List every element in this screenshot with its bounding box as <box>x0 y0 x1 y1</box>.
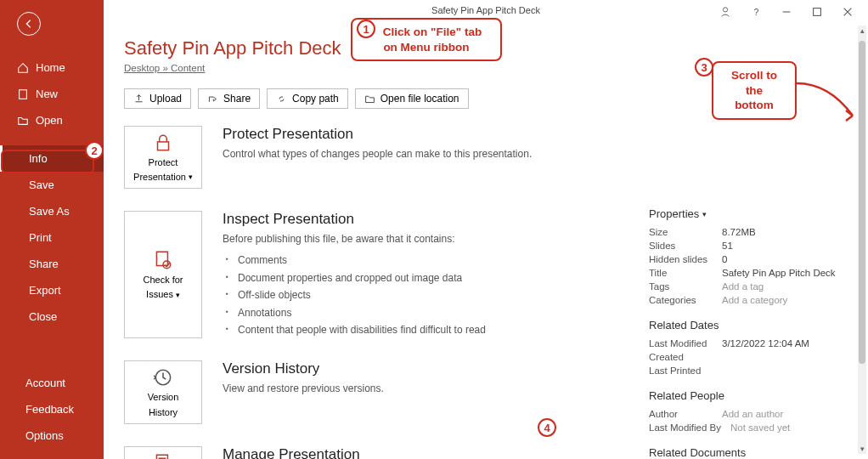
sidebar-item-print[interactable]: Print <box>0 224 104 251</box>
open-file-location-button[interactable]: Open file location <box>355 88 469 109</box>
help-icon[interactable]: ? <box>742 2 769 22</box>
related-dates-header: Related Dates <box>649 319 844 332</box>
upload-button[interactable]: Upload <box>124 88 191 109</box>
sidebar-item-label: Export <box>29 284 61 297</box>
add-author[interactable]: Add an author <box>722 409 783 419</box>
arrow-left-icon <box>23 18 35 30</box>
properties-header[interactable]: Properties▾ <box>649 207 844 220</box>
minimize-icon[interactable] <box>773 2 800 22</box>
maximize-icon[interactable] <box>803 2 831 22</box>
history-title: Version History <box>223 360 615 377</box>
account-icon[interactable] <box>712 2 739 22</box>
annotation-callout-3: Scroll to the bottom <box>712 61 797 120</box>
sidebar-item-label: Save <box>29 178 54 191</box>
sidebar-item-save-as[interactable]: Save As <box>0 198 104 224</box>
sidebar-item-label: Home <box>36 61 65 74</box>
annotation-badge-1: 1 <box>357 20 375 38</box>
prop-label: Author <box>649 409 722 419</box>
sidebar-item-label: New <box>36 88 58 100</box>
sidebar-item-label: Share <box>29 258 59 270</box>
inspect-bullet: Annotations <box>223 304 615 321</box>
window-title: Safety Pin App Pitch Deck <box>431 5 540 15</box>
manage-icon <box>152 452 174 459</box>
prop-value: Not saved yet <box>730 422 790 433</box>
share-icon <box>207 94 218 105</box>
add-tag[interactable]: Add a tag <box>722 281 764 292</box>
prop-label: Tags <box>649 281 722 292</box>
prop-value: 8.72MB <box>722 227 756 237</box>
svg-point-1 <box>723 8 727 12</box>
back-button[interactable] <box>17 12 41 36</box>
annotation-badge-4: 4 <box>538 418 556 437</box>
related-documents-header: Related Documents <box>649 446 844 459</box>
prop-value: Safety Pin App Pitch Deck <box>722 268 836 278</box>
svg-text:?: ? <box>753 7 758 17</box>
new-icon <box>17 88 29 100</box>
lock-icon <box>152 132 174 154</box>
inspect-bullet: Document properties and cropped out imag… <box>223 269 615 286</box>
folder-icon <box>364 94 375 105</box>
check-for-issues-tile[interactable]: Check for Issues▾ <box>124 211 202 338</box>
inspect-desc: Before publishing this file, be aware th… <box>223 231 615 246</box>
copy-path-button[interactable]: Copy path <box>267 88 348 109</box>
share-button[interactable]: Share <box>198 88 260 109</box>
add-category[interactable]: Add a category <box>722 295 787 305</box>
svg-rect-5 <box>158 142 169 150</box>
vertical-scrollbar[interactable] <box>858 26 866 454</box>
sidebar-item-label: Info <box>17 152 48 165</box>
chevron-down-icon: ▾ <box>702 210 707 218</box>
prop-label: Created <box>649 352 722 362</box>
link-icon <box>276 94 287 105</box>
annotation-badge-3: 3 <box>695 58 713 76</box>
sidebar-item-options[interactable]: Options <box>0 422 104 449</box>
backstage-sidebar: Home New Open Info Save Save As Print Sh… <box>0 0 104 459</box>
protect-title: Protect Presentation <box>223 126 615 143</box>
related-people-header: Related People <box>649 389 844 402</box>
annotation-badge-2: 2 <box>85 141 104 160</box>
sidebar-item-label: Open <box>36 114 63 127</box>
svg-rect-0 <box>20 89 27 99</box>
chevron-down-icon: ▾ <box>189 173 193 182</box>
sidebar-item-share[interactable]: Share <box>0 251 104 277</box>
sidebar-item-feedback[interactable]: Feedback <box>0 396 104 422</box>
prop-label: Last Modified <box>649 338 722 348</box>
prop-label: Title <box>649 268 722 278</box>
sidebar-item-label: Save As <box>29 205 70 218</box>
inspect-bullet: Off-slide objects <box>223 286 615 303</box>
manage-title: Manage Presentation <box>223 446 615 459</box>
prop-label: Last Printed <box>649 366 722 376</box>
inspect-title: Inspect Presentation <box>223 211 615 228</box>
chevron-down-icon: ▾ <box>176 291 180 300</box>
home-icon <box>17 62 29 74</box>
prop-value: 51 <box>722 241 733 251</box>
inspect-icon <box>152 249 174 271</box>
version-history-tile[interactable]: Version History <box>124 360 202 423</box>
sidebar-item-home[interactable]: Home <box>0 54 104 81</box>
sidebar-item-open[interactable]: Open <box>0 107 104 133</box>
prop-label: Slides <box>649 241 722 251</box>
scroll-up-arrow[interactable]: ▴ <box>858 26 866 36</box>
prop-label: Size <box>649 227 722 237</box>
svg-rect-6 <box>156 252 167 265</box>
sidebar-item-export[interactable]: Export <box>0 277 104 303</box>
manage-presentation-tile[interactable]: Manage Presentation▾ <box>124 446 202 459</box>
protect-desc: Control what types of changes people can… <box>223 146 615 162</box>
prop-value: 3/12/2022 12:04 AM <box>722 338 809 348</box>
inspect-bullet: Content that people with disabilities fi… <box>223 321 615 338</box>
close-icon[interactable] <box>834 2 861 22</box>
inspect-bullet: Comments <box>223 252 615 269</box>
scroll-down-arrow[interactable]: ▾ <box>858 444 866 454</box>
prop-label: Categories <box>649 295 722 305</box>
history-desc: View and restore previous versions. <box>223 381 615 396</box>
history-icon <box>152 366 174 388</box>
sidebar-item-label: Print <box>29 231 52 244</box>
prop-value: 0 <box>722 254 727 264</box>
scrollbar-thumb[interactable] <box>859 41 865 364</box>
sidebar-item-account[interactable]: Account <box>0 370 104 396</box>
sidebar-item-new[interactable]: New <box>0 81 104 107</box>
sidebar-item-close[interactable]: Close <box>0 303 104 330</box>
protect-presentation-tile[interactable]: Protect Presentation▾ <box>124 126 202 189</box>
sidebar-item-save[interactable]: Save <box>0 172 104 198</box>
prop-label: Last Modified By <box>649 422 730 433</box>
svg-rect-4 <box>814 8 821 16</box>
